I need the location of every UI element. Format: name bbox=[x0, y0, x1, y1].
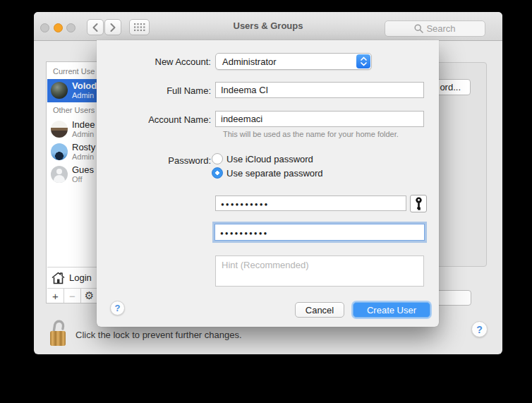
login-options-label: Login bbox=[69, 272, 92, 283]
new-account-popup[interactable]: Administrator bbox=[215, 53, 372, 70]
lock-icon[interactable] bbox=[48, 317, 68, 347]
password-input[interactable] bbox=[215, 196, 406, 211]
new-account-sheet: New Account: Full Name: Account Name: Pa… bbox=[97, 40, 439, 327]
search-field[interactable]: Search bbox=[385, 20, 485, 37]
avatar bbox=[51, 143, 68, 160]
user-role: Admin bbox=[72, 130, 94, 138]
full-name-input[interactable] bbox=[215, 82, 424, 98]
sheet-help-button[interactable]: ? bbox=[110, 301, 125, 315]
lock-caption: Click the lock to prevent further change… bbox=[75, 330, 242, 340]
other-users-section-label: Other Users bbox=[53, 106, 95, 114]
cancel-button[interactable]: Cancel bbox=[295, 302, 344, 318]
question-icon: ? bbox=[476, 324, 483, 335]
popup-stepper bbox=[356, 54, 370, 68]
user-name: Indee bbox=[72, 119, 95, 130]
search-placeholder: Search bbox=[426, 23, 455, 34]
popup-selected-value: Administrator bbox=[222, 56, 277, 67]
house-icon bbox=[51, 271, 66, 284]
password-label: Password: bbox=[97, 155, 211, 166]
users-groups-window: Users & Groups Search Current Use Volod … bbox=[34, 12, 502, 354]
new-account-label: New Account: bbox=[97, 56, 211, 67]
avatar bbox=[51, 166, 68, 183]
create-user-button[interactable]: Create User bbox=[353, 302, 430, 318]
user-name: Gues bbox=[72, 164, 94, 175]
up-down-chevrons-icon bbox=[360, 56, 368, 66]
avatar bbox=[51, 121, 68, 138]
full-name-label: Full Name: bbox=[97, 85, 211, 96]
user-name: Volod bbox=[72, 80, 97, 91]
password-assistant-button[interactable] bbox=[410, 195, 427, 212]
verify-password-input[interactable] bbox=[214, 224, 425, 241]
titlebar[interactable]: Users & Groups Search bbox=[34, 12, 502, 41]
window-help-button[interactable]: ? bbox=[471, 321, 488, 337]
search-icon bbox=[414, 24, 423, 33]
screen: Users & Groups Search Current Use Volod … bbox=[0, 0, 532, 403]
add-user-button[interactable]: + bbox=[47, 289, 64, 303]
user-role: Off bbox=[72, 175, 82, 184]
question-icon: ? bbox=[115, 303, 121, 313]
account-name-input[interactable] bbox=[215, 111, 424, 127]
current-user-section-label: Current Use bbox=[53, 67, 95, 76]
user-role: Admin bbox=[72, 152, 94, 161]
avatar bbox=[51, 82, 68, 99]
account-name-label: Account Name: bbox=[97, 114, 211, 125]
radio-use-icloud-password[interactable] bbox=[212, 153, 223, 164]
user-role: Admin bbox=[72, 91, 94, 100]
users-action-menu-button[interactable]: ⚙ bbox=[81, 289, 98, 303]
key-icon bbox=[415, 197, 423, 210]
radio-separate-label: Use separate password bbox=[226, 168, 323, 179]
user-name: Rosty bbox=[72, 142, 95, 152]
radio-icloud-label: Use iCloud password bbox=[226, 154, 313, 164]
account-name-help: This will be used as the name for your h… bbox=[223, 130, 399, 138]
remove-user-button[interactable]: − bbox=[64, 289, 81, 303]
radio-use-separate-password[interactable] bbox=[212, 167, 223, 179]
hint-textarea[interactable] bbox=[215, 255, 424, 287]
